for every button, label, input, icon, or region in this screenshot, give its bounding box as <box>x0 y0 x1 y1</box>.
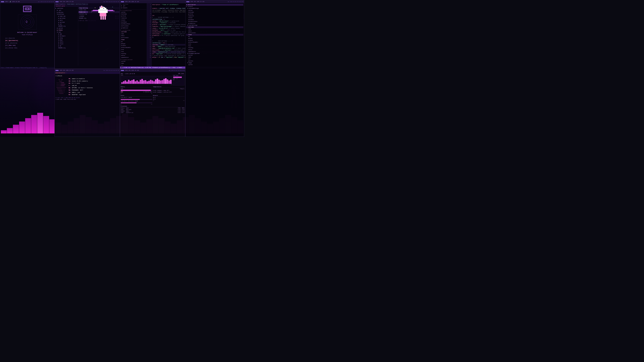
ft-shell[interactable]: ▶ shell <box>55 41 78 43</box>
et-np-src[interactable]: src <box>120 64 146 66</box>
et-editor[interactable]: editor <box>120 55 146 57</box>
ft-homelab[interactable]: ▶ home lab <box>55 15 78 17</box>
et-email[interactable]: email <box>120 35 146 37</box>
dt-nixpkgs[interactable]: ▼ nixpkgs-patched <box>186 53 243 54</box>
ft-dotfiles[interactable]: ▼ .dotfiles <box>55 7 78 9</box>
dt-sys-bootmode[interactable]: bootMode <box>186 19 243 21</box>
et-system[interactable]: system <box>120 11 146 13</box>
dt-usr-term[interactable]: term <box>186 43 243 45</box>
et-profile[interactable]: profile <box>120 15 146 17</box>
dt-np-name[interactable]: name <box>186 56 243 58</box>
dt-sys-system[interactable]: system <box>186 9 243 11</box>
et-systemsettings[interactable]: ▼ systemSettings <box>120 10 146 11</box>
ft-pkgs[interactable]: ▶ pkgs <box>55 39 78 41</box>
browser-link-newtab[interactable]: [t] [New tab] <box>5 44 53 46</box>
dt-pkgs[interactable]: ▼ pkgs <box>186 62 243 64</box>
et-browser[interactable]: browser <box>120 45 146 47</box>
et-name[interactable]: name <box>120 33 146 35</box>
proc-title: Processes <box>121 106 184 107</box>
dt-outputs[interactable]: ▶ outputs <box>186 6 243 7</box>
dt-usr-editor[interactable]: editor <box>186 49 243 51</box>
dt-usr-dotfiles[interactable]: dotfilesDir <box>186 32 243 34</box>
et-term[interactable]: term <box>120 49 146 51</box>
dt-usr-theme[interactable]: theme <box>186 34 243 36</box>
ft-personal[interactable]: ▶ personal <box>55 17 78 19</box>
et-outputs[interactable]: ▶ outputs <box>120 7 146 9</box>
editor-workspace-tag[interactable]: Tech <box>121 1 124 2</box>
browser-link-search[interactable]: [o] [Search] <box>5 37 53 39</box>
et-grubdevice[interactable]: grubDevice <box>120 27 146 29</box>
ft-hardware[interactable]: ▶ hardware <box>55 35 78 37</box>
dt-usr-username[interactable]: username <box>186 26 243 28</box>
workspace-tag[interactable]: Tech <box>1 1 4 2</box>
dt-sys-hostname[interactable]: hostname <box>186 11 243 13</box>
dt-sys-bootmount[interactable]: bootMountPath <box>186 21 243 23</box>
dt-usr-wmtype[interactable]: wmType <box>186 37 243 39</box>
dt-usr-spawnedit[interactable]: spawnEditor <box>186 51 243 53</box>
browser-link-close[interactable]: [x] [Close tab] <box>5 47 53 49</box>
et-nixpkgs[interactable]: ▼ nixpkgs-patched <box>120 59 146 60</box>
dt-sys-profile[interactable]: profile <box>186 13 243 15</box>
et-dotfiles-dir[interactable]: dotfilesDir <box>120 37 146 39</box>
et-wmtype[interactable]: wmType <box>120 43 146 45</box>
browser-link-bookmarks[interactable]: [b] [Quickmarks] <box>5 39 53 42</box>
term-workspace-tag[interactable]: Tech <box>55 70 59 71</box>
et-hostname[interactable]: hostname <box>120 13 146 15</box>
dt-usr-browser[interactable]: browser <box>186 39 243 41</box>
et-git[interactable]: ▶ .git <box>120 5 146 7</box>
et-defaultroam[interactable]: defaultRoamDir <box>120 47 146 49</box>
dt-sys-locale[interactable]: locale <box>186 17 243 19</box>
dt-usr-email[interactable]: email <box>186 30 243 32</box>
ft-worklab[interactable]: ▶ worklab <box>55 21 78 23</box>
et-username[interactable]: username <box>120 31 146 33</box>
et-fontpkg[interactable]: fontPkg <box>120 53 146 55</box>
et-locale[interactable]: locale <box>120 19 146 21</box>
ft-profiles[interactable]: ▼ profiles <box>55 13 78 15</box>
dt-description[interactable]: ▶ description <box>186 4 243 6</box>
ft-themes[interactable]: ▶ themes <box>55 29 78 31</box>
dt-np-src[interactable]: src <box>186 58 243 60</box>
dt-usr-fontpkg[interactable]: fontPkg <box>186 47 243 49</box>
dt-sys-timezone[interactable]: timezone <box>186 15 243 17</box>
dotfiles-workspace-tag[interactable]: Tech <box>186 1 190 2</box>
ft-git[interactable]: ▶ .git <box>55 9 78 11</box>
dt-systemsettings[interactable]: ▼ systemSettings <box>186 7 243 9</box>
et-usersettings[interactable]: ▼ userSettings <box>120 29 146 31</box>
et-dotfilesdir[interactable]: dotfilesDir <box>120 25 146 27</box>
et-font[interactable]: font <box>120 51 146 53</box>
ft-style[interactable]: ▶ style <box>55 43 78 45</box>
proc-pw-mem: 0.1% <box>182 112 184 113</box>
dt-usr-font[interactable]: font <box>186 45 243 47</box>
et-bootmount[interactable]: bootMountPath <box>120 23 146 25</box>
ft-wm[interactable]: ▶ wm <box>55 45 78 47</box>
sysmon-workspace-tag[interactable]: Tech <box>121 70 124 71</box>
et-np-name[interactable]: name <box>120 62 146 64</box>
fm-workspace-tag[interactable]: Tech <box>55 1 59 2</box>
dt-np-patches[interactable]: patches <box>186 60 243 62</box>
dt-usersettings[interactable]: ▼ userSettings <box>186 24 243 26</box>
ft-readme2[interactable]: README.org <box>55 47 78 49</box>
ft-user[interactable]: ▼ user <box>55 31 78 33</box>
et-bootmode[interactable]: bootMode <box>120 21 146 23</box>
ft-work[interactable]: ▶ work <box>55 19 78 21</box>
ft-lang[interactable]: ▶ lang <box>55 37 78 39</box>
ft-wsl[interactable]: ▶ wsl <box>55 23 78 25</box>
dt-np-system[interactable]: system <box>186 54 243 56</box>
dt-usr-defaultroam[interactable]: defaultRoamDir <box>186 41 243 43</box>
et-spawnedit[interactable]: spawnEditor <box>120 57 146 59</box>
dt-usr-wm[interactable]: wm <box>186 36 243 37</box>
dt-pkgs-system[interactable]: system <box>186 64 243 66</box>
ft-patches[interactable]: ▶ patches <box>55 11 78 13</box>
browser-link-history[interactable]: [S h] [History] <box>5 42 53 44</box>
ft-app[interactable]: ▶ app <box>55 33 78 35</box>
et-timezone[interactable]: timezone <box>120 17 146 19</box>
dt-sys-grubdevice[interactable]: grubDevice <box>186 23 243 24</box>
et-np-system[interactable]: system <box>120 60 146 62</box>
et-wm[interactable]: wm <box>120 41 146 43</box>
editor-line-numbers: 12345 678910 1112131415 1617181920 21222… <box>147 3 152 68</box>
ft-readme[interactable]: README.org <box>55 25 78 27</box>
et-theme[interactable]: theme <box>120 39 146 41</box>
dt-usr-name[interactable]: name <box>186 28 243 30</box>
ft-system[interactable]: ▶ system <box>55 27 78 29</box>
neofetch-info: WE| emmet @ snowfire OS: nixos 24.05 (ua… <box>68 78 93 96</box>
